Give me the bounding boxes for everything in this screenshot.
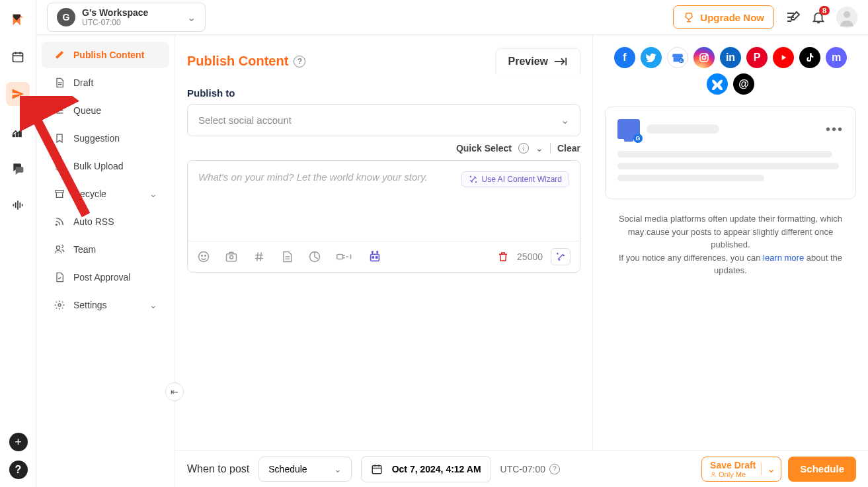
notification-badge: 8	[819, 6, 830, 15]
svg-rect-42	[337, 255, 343, 259]
robot-icon[interactable]	[368, 249, 382, 264]
save-draft-button[interactable]: Save Draft Only Me ⌄	[701, 457, 781, 482]
add-icon[interactable]: +	[9, 433, 28, 451]
sidebar-item-settings[interactable]: Settings ⌄	[42, 292, 169, 318]
facebook-icon[interactable]: f	[614, 47, 635, 68]
chevron-down-icon: ⌄	[334, 464, 342, 474]
social-platform-row: f G in P m @	[612, 47, 849, 95]
more-icon[interactable]: •••	[826, 122, 844, 137]
threads-icon[interactable]: @	[733, 73, 754, 95]
chart-icon[interactable]	[308, 250, 321, 263]
skeleton-line	[617, 151, 832, 157]
sidebar-label: Auto RSS	[73, 216, 114, 227]
template-icon[interactable]	[280, 250, 294, 263]
user-avatar[interactable]	[836, 7, 857, 28]
sidebar-item-team[interactable]: Team	[42, 236, 169, 263]
upgrade-button[interactable]: Upgrade Now	[673, 5, 774, 29]
chevron-down-icon: ⌄	[187, 11, 196, 24]
svg-point-46	[372, 257, 374, 259]
hashtag-icon[interactable]	[253, 250, 266, 263]
character-count: 25000	[517, 251, 543, 262]
help-icon[interactable]: ?	[9, 461, 28, 479]
schedule-date-picker[interactable]: Oct 7, 2024, 4:12 AM	[361, 456, 491, 482]
archive-icon	[54, 189, 65, 199]
sidebar-label: Team	[73, 244, 96, 255]
camera-icon[interactable]	[225, 250, 238, 263]
bluesky-icon[interactable]	[707, 73, 728, 95]
timezone-label: UTC-07:00 ?	[500, 464, 560, 474]
composer-textarea[interactable]: What's on your mind? Let the world know …	[198, 171, 428, 183]
sidebar-label: Publish Content	[73, 50, 144, 60]
logo-icon[interactable]	[6, 8, 30, 32]
instagram-icon[interactable]	[693, 47, 715, 68]
select-account-placeholder: Select social account	[198, 114, 292, 126]
bookmark-icon	[54, 133, 65, 144]
svg-point-32	[205, 255, 206, 257]
sidebar-item-suggestion[interactable]: Suggestion	[42, 125, 169, 152]
youtube-icon[interactable]	[773, 47, 794, 68]
sidebar-label: Bulk Upload	[73, 161, 124, 171]
svg-rect-6	[20, 132, 22, 137]
schedule-button[interactable]: Schedule	[788, 457, 856, 482]
preview-label: Preview	[508, 56, 548, 67]
rss-icon	[54, 216, 65, 227]
sidebar-item-recycle[interactable]: Recycle ⌄	[42, 181, 169, 207]
learn-more-link[interactable]: learn more	[763, 253, 804, 263]
plug-icon[interactable]	[336, 250, 353, 263]
sidebar-item-publish-content[interactable]: Publish Content	[42, 42, 169, 68]
clear-button[interactable]: Clear	[557, 143, 580, 154]
emoji-icon[interactable]	[197, 250, 210, 263]
svg-point-22	[58, 304, 61, 306]
workspace-name: G's Workspace	[82, 7, 148, 18]
ai-content-wizard-button[interactable]: Use AI Content Wizard	[461, 171, 569, 187]
google-business-icon[interactable]: G	[667, 47, 688, 68]
schedule-mode-select[interactable]: Schedule ⌄	[258, 457, 351, 482]
info-icon[interactable]: i	[518, 143, 529, 154]
workspace-selector[interactable]: G G's Workspace UTC-07:00 ⌄	[47, 3, 206, 32]
tiktok-icon[interactable]	[799, 47, 820, 68]
pencil-icon	[54, 50, 65, 60]
help-tooltip-icon[interactable]: ?	[549, 464, 560, 474]
select-account-dropdown[interactable]: Select social account ⌄	[187, 104, 580, 136]
upgrade-label: Upgrade Now	[700, 12, 764, 23]
preview-panel: f G in P m @ ••• Social media platforms …	[593, 35, 868, 450]
schedule-bar: When to post Schedule ⌄ Oct 7, 2024, 4:1…	[175, 450, 868, 487]
chevron-down-icon[interactable]: ⌄	[535, 143, 543, 154]
engage-icon[interactable]	[6, 156, 30, 180]
workspace-avatar: G	[57, 8, 75, 26]
team-icon	[54, 244, 65, 255]
google-business-preview-icon	[617, 119, 640, 139]
publish-nav-icon[interactable]	[6, 82, 30, 106]
sidebar-item-queue[interactable]: Queue	[42, 97, 169, 124]
compose-icon[interactable]	[785, 9, 801, 25]
magic-wand-icon[interactable]	[551, 248, 571, 265]
notifications-button[interactable]: 8	[811, 10, 826, 24]
schedule-mode-value: Schedule	[268, 464, 307, 474]
chevron-down-icon[interactable]: ⌄	[761, 463, 775, 475]
schedule-date-value: Oct 7, 2024, 4:12 AM	[392, 464, 481, 474]
sidebar-item-auto-rss[interactable]: Auto RSS	[42, 208, 169, 235]
sidebar-item-draft[interactable]: Draft	[42, 69, 169, 96]
analytics-icon[interactable]	[6, 119, 30, 143]
sidebar-label: Draft	[73, 77, 93, 88]
linkedin-icon[interactable]: in	[720, 47, 741, 68]
svg-line-37	[257, 252, 258, 261]
sidebar-item-bulk-upload[interactable]: Bulk Upload	[42, 153, 169, 179]
help-tooltip-icon[interactable]: ?	[294, 56, 305, 67]
pinterest-icon[interactable]: P	[746, 47, 768, 68]
sidebar-item-post-approval[interactable]: Post Approval	[42, 264, 169, 290]
twitter-icon[interactable]	[641, 47, 662, 68]
svg-point-31	[202, 255, 203, 257]
audio-icon[interactable]	[6, 193, 30, 217]
gear-icon	[54, 300, 65, 310]
svg-rect-33	[227, 254, 237, 261]
svg-rect-19	[56, 191, 63, 193]
skeleton-line	[617, 175, 764, 181]
layers-icon	[54, 161, 65, 171]
trash-icon[interactable]	[497, 251, 509, 263]
svg-point-64	[712, 472, 714, 474]
svg-rect-60	[372, 465, 381, 473]
mastodon-icon[interactable]: m	[826, 47, 847, 68]
calendar-icon[interactable]	[6, 45, 30, 69]
preview-toggle[interactable]: Preview	[496, 48, 580, 74]
